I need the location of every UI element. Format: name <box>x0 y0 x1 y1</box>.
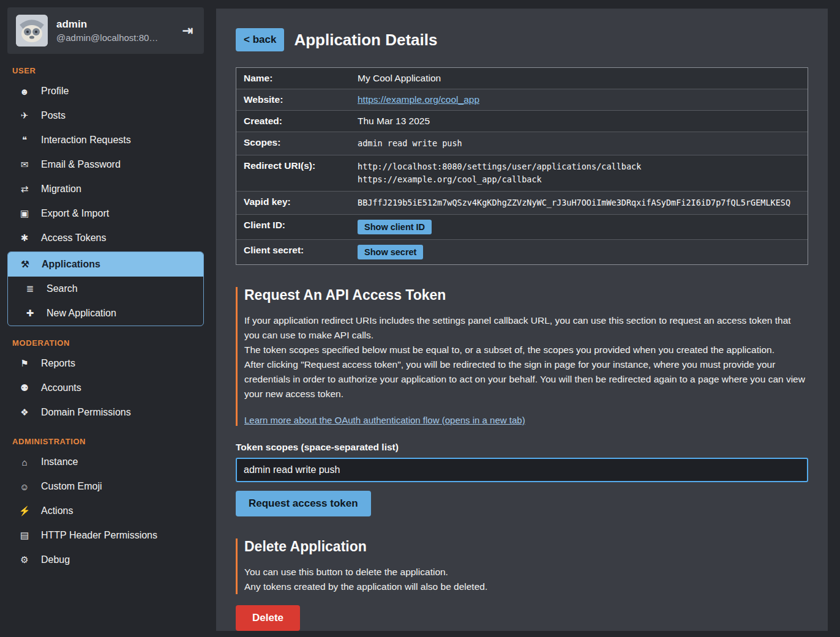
details-value: https://example.org/cool_app <box>353 89 808 110</box>
sidebar-group-applications: ⚒Applications≣Search✚New Application <box>7 251 204 326</box>
id-card-icon: ▤ <box>18 530 31 541</box>
smiley-icon: ☺ <box>18 482 31 492</box>
sidebar-item-label: Posts <box>41 110 66 121</box>
avatar <box>16 15 48 47</box>
application-details-table: Name:My Cool ApplicationWebsite:https://… <box>236 67 808 265</box>
sidebar-nav: USER☻Profile✈Posts❝Interaction Requests✉… <box>0 66 211 572</box>
bolt-icon: ⚡ <box>18 505 31 516</box>
sidebar-item-custom-emoji[interactable]: ☺Custom Emoji <box>0 474 211 499</box>
details-label: Vapid key: <box>236 192 353 214</box>
sidebar-item-label: Instance <box>41 456 78 468</box>
sitemap-icon: ⌂ <box>18 457 31 468</box>
sidebar-item-http-header-permissions[interactable]: ▤HTTP Header Permissions <box>0 523 211 548</box>
details-label: Scopes: <box>236 132 353 155</box>
website-link[interactable]: https://example.org/cool_app <box>358 94 479 105</box>
sidebar-item-label: Applications <box>42 259 100 270</box>
envelope-icon: ✉ <box>18 159 31 170</box>
bug-icon: ⚙ <box>18 554 31 565</box>
sidebar-item-export-import[interactable]: ▣Export & Import <box>0 201 211 226</box>
sidebar: admin @admin@localhost:80… ⇥ USER☻Profil… <box>0 0 211 637</box>
user-info: admin @admin@localhost:80… <box>56 18 171 43</box>
sidebar-item-actions[interactable]: ⚡Actions <box>0 499 211 523</box>
details-label: Client secret: <box>236 240 353 264</box>
sidebar-item-reports[interactable]: ⚑Reports <box>0 351 211 376</box>
certificate-icon: ✱ <box>18 233 31 244</box>
sidebar-item-access-tokens[interactable]: ✱Access Tokens <box>0 226 211 250</box>
sidebar-item-label: Interaction Requests <box>41 135 131 146</box>
users-icon: ⚉ <box>18 382 31 393</box>
sidebar-item-profile[interactable]: ☻Profile <box>0 79 211 103</box>
details-row-name: Name:My Cool Application <box>236 68 808 89</box>
sidebar-item-label: Export & Import <box>41 208 109 219</box>
details-label: Name: <box>236 68 353 89</box>
sidebar-item-interaction-requests[interactable]: ❝Interaction Requests <box>0 128 211 152</box>
paper-plane-icon: ✈ <box>18 110 31 121</box>
details-row-created: Created:Thu Mar 13 2025 <box>236 111 808 132</box>
flag-icon: ⚑ <box>18 358 31 369</box>
back-button[interactable]: < back <box>236 28 284 51</box>
delete-button[interactable]: Delete <box>236 605 300 631</box>
sidebar-item-label: HTTP Header Permissions <box>41 530 157 541</box>
nav-section-user: USER <box>12 66 199 75</box>
sidebar-item-debug[interactable]: ⚙Debug <box>0 548 211 572</box>
paragraph: The token scopes specified below must be… <box>244 343 808 357</box>
details-row-client-id: Client ID:Show client ID <box>236 215 808 240</box>
sidebar-item-label: Actions <box>41 505 73 516</box>
details-row-redirect-uri-s: Redirect URI(s):http://localhost:8080/se… <box>236 155 808 192</box>
share-icon: ❖ <box>18 407 31 418</box>
sidebar-item-label: Custom Emoji <box>41 481 102 492</box>
user-name: admin <box>56 18 171 31</box>
sidebar-item-label: Search <box>47 283 78 294</box>
sidebar-item-posts[interactable]: ✈Posts <box>0 103 211 128</box>
sidebar-item-label: Email & Password <box>41 159 121 170</box>
details-label: Website: <box>236 89 353 110</box>
paragraph: After clicking "Request access token", y… <box>244 357 808 401</box>
user-handle: @admin@localhost:80… <box>56 32 171 43</box>
sidebar-item-email-password[interactable]: ✉Email & Password <box>0 152 211 177</box>
sidebar-item-accounts[interactable]: ⚉Accounts <box>0 376 211 400</box>
delete-application-section: Delete Application You can use this butt… <box>236 538 808 631</box>
token-scopes-input[interactable] <box>236 458 808 482</box>
details-value: Show secret <box>353 240 808 264</box>
paragraph: If your application redirect URIs includ… <box>244 313 808 343</box>
sidebar-item-search[interactable]: ≣Search <box>8 277 203 301</box>
token-scopes-label: Token scopes (space-separated list) <box>236 442 808 453</box>
details-value: Thu Mar 13 2025 <box>353 111 808 132</box>
details-row-website: Website:https://example.org/cool_app <box>236 89 808 111</box>
details-row-scopes: Scopes:admin read write push <box>236 132 808 155</box>
user-icon: ☻ <box>18 86 31 97</box>
sidebar-item-label: Reports <box>41 358 75 369</box>
request-token-section: Request An API Access Token If your appl… <box>236 287 808 516</box>
mono-value-line: admin read write push <box>358 137 803 150</box>
delete-application-title: Delete Application <box>244 538 808 555</box>
sidebar-item-domain-permissions[interactable]: ❖Domain Permissions <box>0 400 211 425</box>
oauth-docs-link[interactable]: Learn more about the OAuth authenticatio… <box>244 415 525 425</box>
sidebar-item-label: Profile <box>41 86 69 97</box>
details-value: Show client ID <box>353 215 808 239</box>
nav-section-administration: ADMINISTRATION <box>12 437 199 446</box>
request-access-token-button[interactable]: Request access token <box>236 491 371 516</box>
details-row-client-secret: Client secret:Show secret <box>236 240 808 264</box>
details-label: Redirect URI(s): <box>236 155 353 191</box>
list-icon: ≣ <box>24 283 36 294</box>
sidebar-item-new-application[interactable]: ✚New Application <box>8 301 203 326</box>
plus-icon: ✚ <box>24 308 36 319</box>
nav-section-moderation: MODERATION <box>12 338 199 348</box>
show-secret-button[interactable]: Show secret <box>358 245 423 259</box>
paragraph: You can use this button to delete the ap… <box>244 565 808 579</box>
details-value: http://localhost:8080/settings/user/appl… <box>353 155 808 191</box>
sidebar-item-label: Accounts <box>41 382 81 393</box>
sidebar-item-applications[interactable]: ⚒Applications <box>8 252 203 277</box>
sign-out-icon[interactable]: ⇥ <box>179 23 195 38</box>
paragraph: Any tokens created by the application wi… <box>244 579 808 594</box>
details-label: Created: <box>236 111 353 132</box>
show-client-id-button[interactable]: Show client ID <box>358 220 432 234</box>
mono-value-line: http://localhost:8080/settings/user/appl… <box>358 160 803 173</box>
exchange-icon: ⇄ <box>18 184 31 195</box>
wrench-icon: ⚒ <box>19 259 31 270</box>
sidebar-item-instance[interactable]: ⌂Instance <box>0 450 211 474</box>
details-label: Client ID: <box>236 215 353 239</box>
user-card[interactable]: admin @admin@localhost:80… ⇥ <box>7 7 204 54</box>
sidebar-item-migration[interactable]: ⇄Migration <box>0 177 211 201</box>
details-row-vapid-key: Vapid key:BBJffJ219b5iE512m7wQSzv4KgKDhg… <box>236 192 808 215</box>
